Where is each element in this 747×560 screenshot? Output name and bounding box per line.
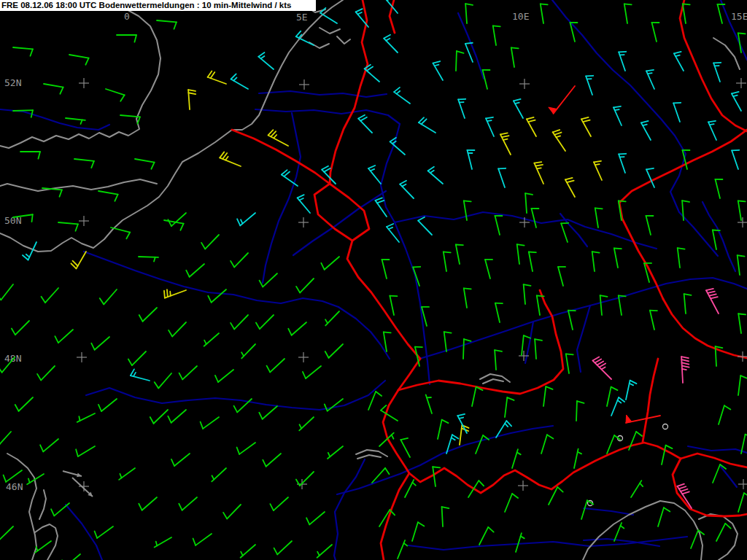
wind-barb [74, 159, 94, 168]
wind-barb [201, 417, 219, 429]
grid-cross [299, 79, 309, 90]
wind-barb [619, 52, 626, 71]
river [338, 307, 390, 359]
wind-barb [128, 351, 146, 365]
wind-barb [626, 415, 660, 423]
wind-barb [171, 454, 190, 466]
wind-barb [464, 288, 471, 308]
wind-barb [208, 71, 226, 84]
wind-barb [188, 90, 196, 109]
wind-barb [179, 366, 197, 379]
wind-barb [296, 279, 314, 292]
grid-cross [79, 481, 89, 491]
wind-barb [164, 289, 186, 298]
wind-arrows-layer [63, 424, 668, 506]
wind-barb [738, 314, 746, 333]
river [84, 252, 338, 307]
wind-barb [426, 394, 432, 413]
river [458, 13, 484, 79]
wind-barb [527, 117, 536, 136]
river [721, 0, 747, 60]
wind-barb [553, 130, 565, 151]
wind-barb [614, 248, 622, 268]
wind-barb [738, 493, 747, 512]
wind-barb [268, 130, 288, 146]
river [560, 214, 587, 246]
wind-barb [12, 321, 29, 335]
wind-barb [0, 432, 11, 446]
wind-barb [40, 439, 58, 451]
wind-barb [576, 401, 584, 421]
wind-barb [674, 52, 684, 71]
country-border [643, 359, 658, 442]
river [293, 191, 386, 255]
river [0, 109, 109, 130]
wind-barb [384, 332, 391, 351]
wind-barb [631, 481, 643, 497]
wind-barb [593, 357, 611, 379]
geo-labels-layer: 05E10E15E52N50N48N46N [4, 11, 747, 492]
river [381, 124, 400, 222]
wind-barb [458, 99, 465, 118]
wind-barb [626, 381, 637, 400]
coastline [7, 454, 36, 560]
river [263, 113, 301, 283]
wind-barb [139, 257, 158, 262]
wind-barb [442, 507, 449, 526]
wind-barb [368, 166, 381, 184]
wind-barb [505, 494, 518, 512]
wind-barb [328, 446, 343, 459]
wind-barb [119, 468, 135, 480]
river [688, 446, 747, 453]
wind-barb [568, 311, 576, 330]
river [552, 0, 718, 256]
wind-barb [241, 344, 255, 358]
wind-barb [479, 527, 494, 545]
wind-barb [738, 255, 745, 275]
wind-barb [62, 554, 80, 560]
wind-barb [231, 253, 248, 267]
wind-barb [150, 410, 168, 424]
wind-barb [624, 4, 632, 23]
wind-barb [524, 284, 531, 304]
wind-barb [41, 288, 58, 303]
wind-barb [69, 55, 89, 65]
wind-barb [382, 260, 389, 279]
wind-barb [117, 35, 136, 42]
longitude-label: 10E [512, 11, 529, 22]
wind-barb [574, 449, 581, 468]
wind-barb [428, 167, 443, 184]
wind-barb [231, 315, 248, 329]
wind-barb [495, 303, 503, 322]
country-border [681, 454, 747, 467]
wind-barb [463, 339, 471, 359]
coastline [483, 379, 503, 384]
wind-barb [614, 106, 622, 125]
wind-barb [193, 534, 212, 545]
wind-barb [495, 216, 502, 235]
wind-barb [715, 179, 722, 198]
latitude-label: 46N [6, 481, 23, 492]
river [395, 212, 657, 249]
wind-barb [646, 168, 654, 187]
wind-barb [259, 406, 277, 419]
wind-barb [594, 161, 602, 180]
wind-barb [390, 138, 405, 155]
wind-barb [485, 260, 492, 279]
wind-barb [684, 294, 692, 314]
wind-barb [325, 344, 343, 358]
wind-barb [35, 541, 51, 553]
wind-barb [629, 432, 642, 450]
wind-barb [298, 195, 310, 213]
wind-barb [682, 201, 689, 220]
weather-map-screen: 05E10E15E52N50N48N46N FRE 08.12.06 18:00… [0, 0, 747, 560]
wind-barb [98, 399, 117, 411]
wind-barb [565, 178, 575, 197]
wind-barb [139, 308, 157, 322]
wind-barb [131, 369, 150, 381]
wind-barb [418, 217, 432, 235]
wind-barb [270, 497, 288, 510]
wind-barb [708, 121, 716, 140]
wind-barb [317, 545, 332, 558]
latitude-label: 52N [4, 77, 21, 88]
